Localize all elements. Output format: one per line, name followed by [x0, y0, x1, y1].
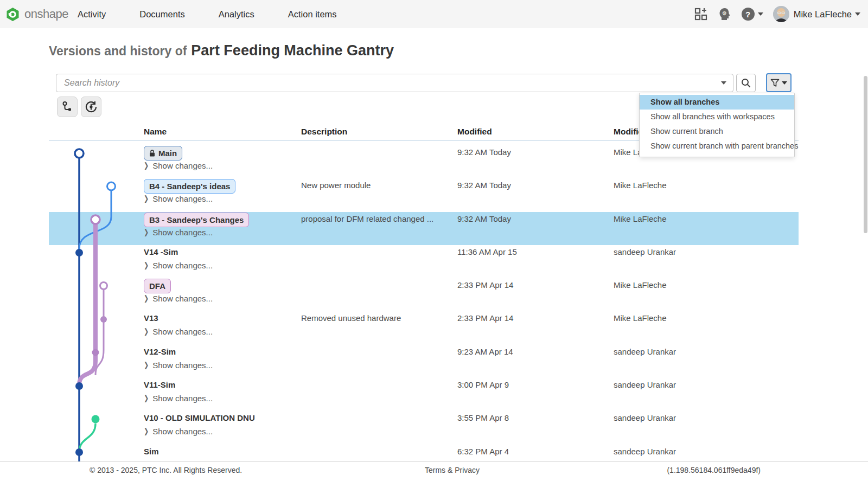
- show-changes-link[interactable]: ❯Show changes...: [144, 161, 213, 170]
- user-caret-icon: [855, 12, 860, 16]
- modified-by-cell: sandeep Urankar: [614, 380, 676, 389]
- brand-name: onshape: [24, 7, 68, 21]
- table-row-v12[interactable]: V12-Sim ❯Show changes... 9:23 AM Apr 14 …: [49, 336, 799, 369]
- restore-version-button[interactable]: [81, 97, 101, 117]
- filter-funnel-icon: [770, 79, 780, 87]
- show-changes-link[interactable]: ❯Show changes...: [144, 427, 213, 436]
- onshape-logo[interactable]: onshape: [0, 7, 73, 22]
- user-menu[interactable]: Mike LaFleche: [773, 6, 860, 22]
- node-main[interactable]: [75, 149, 84, 158]
- modified-by-cell: sandeep Urankar: [614, 447, 676, 456]
- version-name: V12-Sim: [144, 347, 176, 356]
- node-v14[interactable]: [75, 249, 83, 256]
- header-name[interactable]: Name: [144, 127, 301, 137]
- document-title: Part Feeding Machine Gantry: [191, 42, 394, 59]
- table-row-v11[interactable]: V11-Sim ❯Show changes... 3:00 PM Apr 9 s…: [49, 369, 799, 402]
- help-caret-icon: [758, 12, 763, 16]
- top-nav-bar: onshape Activity Documents Analytics Act…: [0, 0, 868, 28]
- branch-chip-dfa[interactable]: DFA: [144, 279, 171, 293]
- modified-cell: 2:33 PM Apr 14: [457, 313, 513, 323]
- create-branch-button[interactable]: [57, 97, 78, 117]
- chevron-right-icon: ❯: [144, 261, 149, 269]
- show-changes-link[interactable]: ❯Show changes...: [144, 394, 213, 403]
- search-button[interactable]: [736, 74, 756, 92]
- table-row-v13[interactable]: V13 ❯Show changes... Removed unused hard…: [49, 303, 799, 336]
- versions-history-page: onshape Activity Documents Analytics Act…: [0, 0, 868, 488]
- table-row-v14[interactable]: V14 -Sim ❯Show changes... 11:36 AM Apr 1…: [49, 236, 799, 269]
- user-name: Mike LaFleche: [794, 9, 852, 20]
- chevron-right-icon: ❯: [144, 228, 149, 236]
- nav-item-action-items[interactable]: Action items: [288, 9, 337, 20]
- description-cell: New power module: [301, 181, 371, 190]
- chevron-right-icon: ❯: [144, 161, 149, 170]
- search-input[interactable]: [56, 78, 718, 88]
- help-icon[interactable]: ?: [742, 8, 763, 21]
- nav-item-documents[interactable]: Documents: [139, 9, 184, 20]
- chevron-right-icon: ❯: [144, 427, 149, 436]
- show-changes-link[interactable]: ❯Show changes...: [144, 194, 213, 203]
- nav-item-analytics[interactable]: Analytics: [219, 9, 254, 20]
- version-chip-main[interactable]: Main: [144, 146, 182, 160]
- node-sim[interactable]: [75, 448, 83, 456]
- node-v11[interactable]: [75, 382, 83, 390]
- nav-item-activity[interactable]: Activity: [78, 9, 106, 20]
- build-version-text: (1.198.56184.061ff9eda49f): [667, 466, 761, 474]
- modified-by-cell: Mike LaFleche: [614, 214, 667, 223]
- table-row-b4[interactable]: B4 - Sandeep's ideas ❯Show changes... Ne…: [49, 170, 799, 203]
- lock-icon: [149, 150, 155, 157]
- vertical-scrollbar[interactable]: [864, 76, 867, 233]
- modified-cell: 6:32 PM Apr 4: [457, 447, 509, 456]
- modified-by-cell: sandeep Urankar: [614, 247, 676, 256]
- learning-center-icon[interactable]: ⚙: [718, 7, 732, 21]
- branch-line-green: [79, 423, 95, 451]
- footer: © 2013 - 2025, PTC Inc. All Rights Reser…: [0, 461, 868, 488]
- node-v12[interactable]: [92, 349, 99, 356]
- node-b3[interactable]: [91, 215, 100, 224]
- branch-icon: [61, 101, 73, 113]
- modified-by-cell: Mike LaFleche: [614, 313, 667, 323]
- branch-name: DFA: [149, 281, 165, 291]
- show-changes-link[interactable]: ❯Show changes...: [144, 327, 213, 336]
- table-row-v10[interactable]: V10 - OLD SIMULATION DNU ❯Show changes..…: [49, 402, 799, 435]
- modified-cell: 9:32 AM Today: [457, 214, 511, 223]
- branch-chip-b4[interactable]: B4 - Sandeep's ideas: [144, 179, 235, 194]
- branch-line-b3-workspace: [79, 224, 95, 385]
- apps-grid-icon[interactable]: [694, 7, 708, 21]
- terms-privacy-link[interactable]: Terms & Privacy: [425, 466, 480, 474]
- version-name: Main: [158, 149, 177, 158]
- modified-by-cell: sandeep Urankar: [614, 347, 676, 356]
- node-v10[interactable]: [92, 415, 100, 423]
- chevron-right-icon: ❯: [144, 361, 149, 369]
- show-changes-link[interactable]: ❯Show changes...: [144, 261, 213, 270]
- node-dfa[interactable]: [100, 282, 107, 290]
- header-description[interactable]: Description: [301, 127, 457, 137]
- node-v13[interactable]: [100, 316, 107, 323]
- search-icon: [741, 78, 751, 88]
- menu-item-show-current-branch[interactable]: Show current branch: [640, 124, 794, 139]
- show-changes-link[interactable]: ❯Show changes...: [144, 361, 213, 370]
- filter-caret-icon: [782, 81, 787, 85]
- branch-filter-menu: Show all branches Show all branches with…: [639, 93, 795, 157]
- table-row-b3-selected[interactable]: B3 - Sandeep's Changes ❯Show changes... …: [49, 203, 799, 236]
- description-cell: Removed unused hardware: [301, 313, 401, 323]
- table-row-dfa[interactable]: DFA ❯Show changes... 2:33 PM Apr 14 Mike…: [49, 269, 799, 303]
- version-graph: [54, 141, 130, 462]
- modified-cell: 11:36 AM Apr 15: [457, 247, 517, 256]
- show-changes-link[interactable]: ❯Show changes...: [144, 228, 213, 237]
- filter-button[interactable]: [766, 73, 792, 92]
- description-cell: proposal for DFM related changed ...: [301, 214, 433, 223]
- show-changes-link[interactable]: ❯Show changes...: [144, 294, 213, 303]
- modified-cell: 9:32 AM Today: [457, 181, 511, 190]
- graph-column-header: [49, 127, 144, 137]
- node-b4[interactable]: [107, 182, 116, 190]
- header-modified[interactable]: Modified: [457, 127, 614, 137]
- svg-text:⚙: ⚙: [722, 10, 727, 16]
- branch-chip-b3[interactable]: B3 - Sandeep's Changes: [144, 213, 249, 227]
- copyright-text: © 2013 - 2025, PTC Inc. All Rights Reser…: [90, 466, 242, 474]
- menu-item-show-all-branches-workspaces[interactable]: Show all branches with workspaces: [640, 110, 794, 124]
- modified-by-cell: sandeep Urankar: [614, 413, 676, 422]
- search-options-caret-icon[interactable]: [721, 81, 726, 85]
- modified-cell: 9:32 AM Today: [457, 147, 511, 157]
- menu-item-show-all-branches[interactable]: Show all branches: [640, 95, 794, 110]
- menu-item-show-current-branch-parents[interactable]: Show current branch with parent branches: [640, 139, 794, 153]
